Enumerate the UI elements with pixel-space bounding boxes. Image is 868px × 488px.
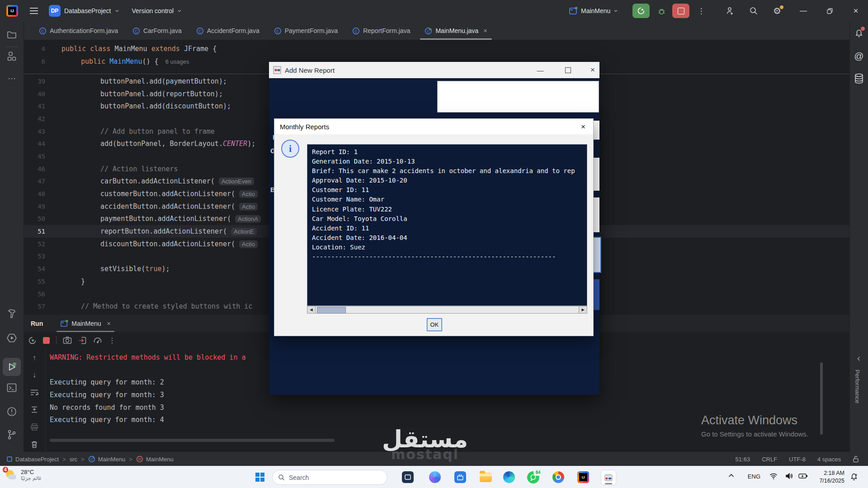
console-hscrollbar[interactable] [50, 439, 335, 442]
line-number[interactable]: 43 [24, 128, 55, 135]
performance-tool-tab[interactable]: Performance [854, 370, 861, 403]
terminal-icon[interactable] [7, 383, 17, 392]
print-icon[interactable] [30, 423, 38, 431]
line-number[interactable]: 49 [24, 203, 55, 210]
run-tab[interactable]: MainMenu × [60, 315, 111, 332]
editor-tab[interactable]: CAuthenticationForm.java [32, 22, 125, 40]
monthly-titlebar[interactable]: Monthly Reports × [274, 119, 593, 134]
project-widget[interactable]: DP DatabaseProject [49, 5, 119, 17]
readonly-unlocked-icon[interactable] [853, 455, 859, 463]
report-id-input[interactable] [437, 81, 599, 113]
caret-position[interactable]: 51:63 [736, 456, 750, 463]
taskbar-app-file-explorer[interactable] [478, 470, 493, 484]
tray-language[interactable]: ENG [748, 473, 760, 480]
tray-focus-assist-bell-icon[interactable]: z [850, 473, 858, 481]
ok-button[interactable]: OK [427, 318, 442, 331]
build-hammer-icon[interactable] [7, 309, 17, 319]
line-number[interactable]: 39 [24, 78, 55, 85]
monthly-close-button[interactable]: × [573, 119, 593, 135]
add-report-titlebar[interactable]: Add New Report — × [269, 62, 599, 78]
scroll-to-end-icon[interactable] [31, 406, 38, 413]
line-number[interactable]: 6 [24, 58, 55, 65]
tray-chevron-up-icon[interactable] [728, 474, 734, 478]
tray-battery-icon[interactable] [798, 473, 807, 479]
window-minimize-button[interactable]: — [795, 4, 812, 18]
taskbar-app-task-view[interactable] [401, 470, 415, 484]
breadcrumb-class[interactable]: MainMenu [98, 456, 126, 463]
stop-icon[interactable] [43, 337, 50, 344]
code-line[interactable]: 4public class MainMenu extends JFrame { [24, 42, 850, 55]
rerun-icon[interactable] [28, 336, 37, 345]
line-number[interactable]: 41 [24, 103, 55, 110]
run-tab-close-icon[interactable]: × [107, 320, 111, 327]
report-text-area[interactable]: Report ID: 1Generation Date: 2015-10-13B… [307, 144, 587, 306]
taskbar-app-java-active[interactable] [601, 470, 616, 485]
console-vscrollbar[interactable] [820, 362, 823, 435]
window-close-button[interactable]: × [847, 4, 864, 18]
line-number[interactable]: 44 [24, 140, 55, 147]
line-number[interactable]: 52 [24, 240, 55, 248]
more-actions-kebab-icon[interactable]: ⋮ [693, 4, 710, 18]
tray-clock[interactable]: 2:18 AM 7/16/2025 [819, 469, 844, 485]
search-everywhere-icon[interactable] [745, 4, 762, 18]
line-number[interactable]: 53 [24, 253, 55, 260]
line-number[interactable]: 51 [24, 228, 55, 235]
editor-tab[interactable]: CMainMenu.java× [417, 22, 494, 40]
line-number[interactable]: 46 [24, 165, 55, 173]
breadcrumb-method[interactable]: MainMenu [146, 456, 174, 463]
editor-tab[interactable]: CAccidentForm.java [189, 22, 267, 40]
snapshot-camera-icon[interactable] [63, 336, 72, 344]
scroll-up-icon[interactable]: ↑ [33, 354, 36, 362]
start-button[interactable] [253, 470, 267, 484]
editor-tab[interactable]: CReportForm.java [345, 22, 417, 40]
window-restore-button[interactable] [821, 4, 838, 18]
dialog-minimize-button[interactable]: — [530, 62, 550, 78]
run-config-widget[interactable]: MainMenu [569, 6, 618, 15]
tray-wifi-icon[interactable] [769, 473, 778, 479]
line-number[interactable]: 4 [24, 45, 55, 52]
more-tool-windows-icon[interactable]: ⋯ [8, 74, 16, 84]
editor-tab[interactable]: CPaymentForm.java [267, 22, 345, 40]
rerun-button[interactable] [632, 4, 650, 18]
line-number[interactable]: 55 [24, 278, 55, 285]
main-menu-hamburger-icon[interactable] [25, 4, 42, 18]
scroll-right-button[interactable]: ▶ [579, 306, 587, 313]
line-number[interactable]: 42 [24, 115, 55, 122]
taskbar-app-copilot[interactable] [428, 470, 442, 484]
attach-profiler-icon[interactable] [78, 336, 87, 345]
gauge-icon[interactable] [93, 336, 102, 345]
taskbar-app-whatsapp[interactable]: 84 [526, 470, 540, 484]
line-number[interactable]: 56 [24, 291, 55, 298]
line-number[interactable]: 50 [24, 215, 55, 222]
line-separator[interactable]: CRLF [762, 456, 777, 463]
settings-gear-icon[interactable]: ⚙ [769, 4, 786, 18]
taskbar-search[interactable]: Search [272, 470, 387, 485]
dialog-maximize-button[interactable] [558, 62, 578, 78]
git-branch-icon[interactable] [7, 430, 16, 440]
clear-trash-icon[interactable] [31, 441, 38, 448]
tab-close-icon[interactable]: × [483, 27, 487, 34]
debug-button[interactable] [653, 4, 670, 18]
report-hscrollbar[interactable]: ◀ ▶ [307, 306, 587, 314]
stop-button[interactable] [672, 4, 689, 18]
line-number[interactable]: 57 [24, 303, 55, 310]
taskbar-app-chrome[interactable] [551, 470, 566, 484]
breadcrumb-project[interactable]: DatabaseProject [15, 456, 59, 463]
console-kebab-icon[interactable]: ⋮ [108, 336, 116, 345]
line-number[interactable]: 48 [24, 190, 55, 197]
taskbar-app-store[interactable] [453, 470, 467, 484]
services-icon[interactable] [6, 333, 17, 343]
problems-icon[interactable] [7, 407, 17, 417]
taskbar-app-intellij[interactable]: IJ [576, 470, 590, 484]
editor-tab[interactable]: CCarForm.java [125, 22, 189, 40]
taskbar-app-edge[interactable] [502, 470, 516, 484]
breadcrumb[interactable]: DatabaseProject > src > C MainMenu > m M… [6, 455, 174, 463]
scroll-left-button[interactable]: ◀ [307, 306, 316, 313]
database-icon[interactable] [854, 73, 864, 84]
soft-wrap-icon[interactable] [30, 389, 38, 395]
line-number[interactable]: 54 [24, 265, 55, 272]
line-number[interactable]: 47 [24, 178, 55, 185]
code-with-me-user-add-icon[interactable] [722, 4, 739, 18]
tray-volume-icon[interactable] [785, 473, 793, 479]
indent-setting[interactable]: 4 spaces [817, 456, 841, 463]
